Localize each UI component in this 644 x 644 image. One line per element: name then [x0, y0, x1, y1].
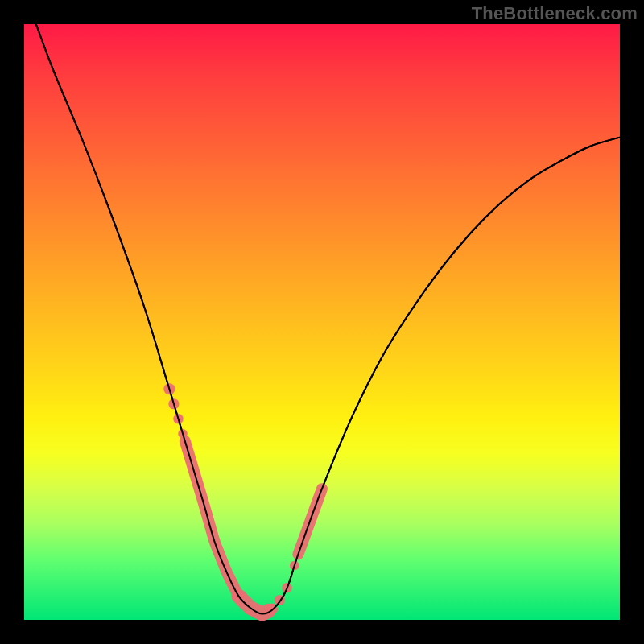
- watermark-text: TheBottleneck.com: [472, 3, 638, 24]
- plot-area: [24, 24, 620, 620]
- curve-path: [36, 24, 620, 614]
- highlight-thick-2: [238, 596, 268, 613]
- curve-path-top: [36, 24, 620, 614]
- highlight-thick-1: [185, 441, 239, 596]
- bottleneck-curve-svg: [24, 24, 620, 620]
- chart-frame: TheBottleneck.com: [0, 0, 644, 644]
